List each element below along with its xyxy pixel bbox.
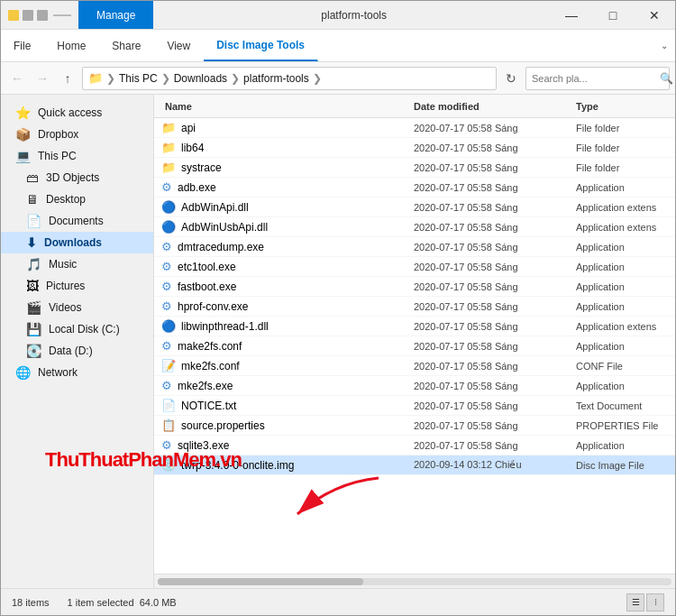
file-icon-exe: ⚙ — [161, 339, 172, 353]
file-name: mke2fs.conf — [181, 360, 240, 372]
table-row[interactable]: ⚙ hprof-conv.exe 2020-07-17 05:58 Sáng A… — [154, 297, 675, 317]
search-input[interactable] — [532, 73, 656, 84]
network-icon: 🌐 — [15, 365, 31, 380]
sidebar-item-this-pc[interactable]: 💻 This PC — [1, 145, 153, 167]
breadcrumb-this-pc[interactable]: This PC — [119, 72, 158, 85]
file-type: File folder — [576, 143, 668, 153]
table-row[interactable]: 📁 api 2020-07-17 05:58 Sáng File folder — [154, 118, 675, 138]
sidebar-item-desktop[interactable]: 🖥 Desktop — [1, 188, 153, 210]
sidebar-item-music[interactable]: 🎵 Music — [1, 253, 153, 275]
pictures-icon: 🖼 — [26, 279, 39, 293]
ribbon-tab-file[interactable]: File — [1, 30, 44, 61]
table-row[interactable]: ⚙ dmtracedump.exe 2020-07-17 05:58 Sáng … — [154, 237, 675, 257]
sidebar-item-dropbox[interactable]: 📦 Dropbox — [1, 124, 153, 145]
view-tiles-button[interactable]: ⁝ — [646, 593, 664, 611]
search-icon: 🔍 — [660, 72, 673, 85]
maximize-button[interactable]: □ — [592, 1, 634, 29]
close-button[interactable]: ✕ — [634, 1, 675, 29]
sidebar-item-downloads[interactable]: ⬇ Downloads — [1, 232, 153, 253]
file-list: 📁 api 2020-07-17 05:58 Sáng File folder … — [154, 118, 675, 574]
col-header-name[interactable]: Name — [161, 101, 414, 112]
hscroll[interactable] — [154, 574, 675, 588]
file-date: 2020-07-17 05:58 Sáng — [414, 400, 576, 411]
breadcrumb[interactable]: 📁 ❯ This PC ❯ Downloads ❯ platform-tools… — [82, 67, 497, 90]
file-date: 2020-07-17 05:58 Sáng — [414, 123, 576, 133]
3d-objects-icon: 🗃 — [26, 170, 39, 185]
table-row[interactable]: 💿 twrp-3.4.0-0-onclite.img 2020-09-14 03… — [154, 455, 675, 475]
table-row[interactable]: 📄 NOTICE.txt 2020-07-17 05:58 Sáng Text … — [154, 396, 675, 416]
file-icon-exe: ⚙ — [161, 240, 172, 253]
ribbon-tab-home[interactable]: Home — [44, 30, 99, 61]
file-date: 2020-07-17 05:58 Sáng — [414, 440, 576, 451]
window-icon-yellow — [8, 10, 19, 21]
status-bar: 18 items 1 item selected 64.0 MB ☰ ⁝ — [1, 588, 675, 615]
file-type: Application — [576, 341, 668, 352]
sidebar-item-local-disk[interactable]: 💾 Local Disk (C:) — [1, 318, 153, 340]
sidebar-item-pictures[interactable]: 🖼 Pictures — [1, 275, 153, 297]
file-type: Disc Image File — [576, 460, 668, 471]
col-header-date[interactable]: Date modified — [414, 101, 576, 112]
title-divider — [53, 14, 71, 16]
file-name: AdbWinUsbApi.dll — [181, 221, 268, 234]
table-row[interactable]: ⚙ sqlite3.exe 2020-07-17 05:58 Sáng Appl… — [154, 436, 675, 455]
minimize-button[interactable]: — — [551, 1, 592, 29]
data-d-icon: 💽 — [26, 344, 41, 358]
file-date: 2020-07-17 05:58 Sáng — [414, 381, 576, 391]
view-details-button[interactable]: ☰ — [626, 593, 644, 611]
file-date: 2020-07-17 05:58 Sáng — [414, 182, 576, 193]
table-row[interactable]: 📋 source.properties 2020-07-17 05:58 Sán… — [154, 416, 675, 436]
window-icon-gray — [23, 10, 33, 21]
col-header-type[interactable]: Type — [576, 101, 668, 112]
ribbon-tab-share[interactable]: Share — [99, 30, 154, 61]
nav-back-button[interactable]: ← — [6, 68, 28, 89]
file-date: 2020-07-17 05:58 Sáng — [414, 361, 576, 372]
file-name: mke2fs.exe — [178, 380, 233, 392]
ribbon-tab-view[interactable]: View — [154, 30, 204, 61]
file-icon-prop: 📋 — [161, 418, 176, 432]
file-type: Application — [576, 242, 668, 253]
table-row[interactable]: ⚙ adb.exe 2020-07-17 05:58 Sáng Applicat… — [154, 178, 675, 198]
file-icon-txt: 📄 — [161, 399, 176, 412]
dropbox-icon: 📦 — [15, 127, 31, 142]
file-type: Application — [576, 301, 668, 312]
table-row[interactable]: 📁 systrace 2020-07-17 05:58 Sáng File fo… — [154, 158, 675, 178]
file-icon-folder: 📁 — [161, 141, 176, 154]
sidebar-item-videos[interactable]: 🎬 Videos — [1, 297, 153, 318]
file-name: systrace — [181, 161, 222, 174]
file-icon-img: 💿 — [161, 458, 176, 472]
file-icon-dll: 🔵 — [161, 220, 176, 234]
file-name: fastboot.exe — [178, 280, 236, 293]
ribbon-tab-disc[interactable]: Disc Image Tools — [204, 30, 318, 61]
table-row[interactable]: ⚙ mke2fs.exe 2020-07-17 05:58 Sáng Appli… — [154, 376, 675, 396]
search-box[interactable]: 🔍 — [525, 67, 670, 90]
nav-up-button[interactable]: ↑ — [57, 68, 78, 89]
file-type: Application — [576, 440, 668, 451]
sidebar-item-quick-access[interactable]: ⭐ Quick access — [1, 102, 153, 124]
tab-manage[interactable]: Manage — [78, 1, 153, 29]
refresh-button[interactable]: ↻ — [500, 68, 522, 89]
file-name: NOTICE.txt — [181, 400, 236, 412]
table-row[interactable]: ⚙ etc1tool.exe 2020-07-17 05:58 Sáng App… — [154, 257, 675, 277]
ribbon-chevron-icon[interactable]: ⌄ — [661, 41, 668, 51]
table-row[interactable]: ⚙ fastboot.exe 2020-07-17 05:58 Sáng App… — [154, 277, 675, 297]
table-row[interactable]: 🔵 AdbWinApi.dll 2020-07-17 05:58 Sáng Ap… — [154, 198, 675, 217]
nav-forward-button[interactable]: → — [32, 68, 53, 89]
sidebar-item-documents[interactable]: 📄 Documents — [1, 210, 153, 232]
file-icon-dll: 🔵 — [161, 200, 176, 214]
breadcrumb-downloads[interactable]: Downloads — [174, 72, 227, 85]
sidebar-item-network[interactable]: 🌐 Network — [1, 362, 153, 383]
local-disk-icon: 💾 — [26, 322, 41, 336]
table-row[interactable]: 🔵 AdbWinUsbApi.dll 2020-07-17 05:58 Sáng… — [154, 217, 675, 237]
breadcrumb-platform-tools[interactable]: platform-tools — [243, 72, 309, 85]
table-row[interactable]: 📁 lib64 2020-07-17 05:58 Sáng File folde… — [154, 138, 675, 158]
documents-icon: 📄 — [26, 214, 41, 228]
table-row[interactable]: ⚙ make2fs.conf 2020-07-17 05:58 Sáng App… — [154, 336, 675, 356]
table-row[interactable]: 🔵 libwinpthread-1.dll 2020-07-17 05:58 S… — [154, 317, 675, 336]
sidebar-item-3d-objects[interactable]: 🗃 3D Objects — [1, 167, 153, 188]
hscroll-track[interactable] — [158, 578, 671, 585]
ribbon: File Home Share View Disc Image Tools ⌄ — [1, 30, 675, 62]
table-row[interactable]: 📝 mke2fs.conf 2020-07-17 05:58 Sáng CONF… — [154, 356, 675, 376]
sidebar-item-data-d[interactable]: 💽 Data (D:) — [1, 340, 153, 362]
window: Manage platform-tools — □ ✕ File Home Sh… — [0, 0, 676, 616]
window-controls: — □ ✕ — [551, 1, 675, 29]
